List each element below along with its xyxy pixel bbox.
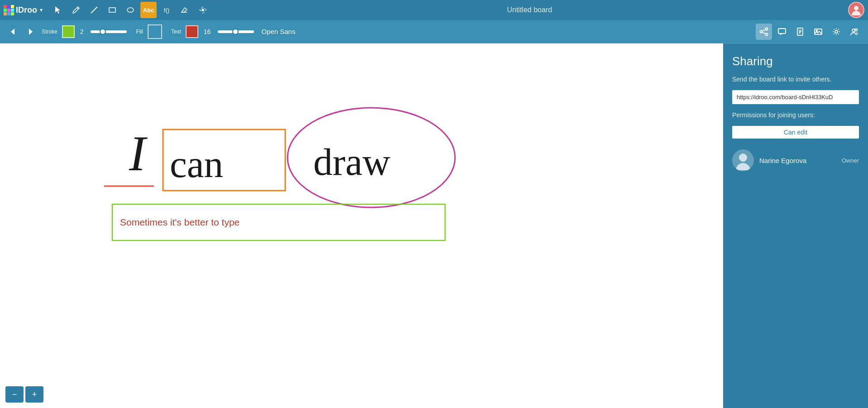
zoom-out-button[interactable]: − — [5, 386, 24, 403]
user-info: Narine Egorova — [759, 157, 836, 164]
svg-marker-0 — [55, 6, 60, 14]
tool-formula[interactable]: f() — [158, 2, 175, 18]
svg-line-13 — [762, 29, 766, 31]
share-button[interactable] — [756, 24, 772, 40]
svg-marker-8 — [11, 29, 14, 35]
zoom-controls: − + — [5, 386, 43, 403]
svg-point-24 — [855, 29, 858, 31]
settings-button[interactable] — [828, 24, 844, 40]
tool-select[interactable] — [50, 2, 66, 18]
user-avatar-icon — [732, 149, 754, 171]
user-avatar-top[interactable] — [848, 2, 864, 18]
nav-back[interactable] — [5, 24, 20, 39]
svg-rect-20 — [815, 29, 822, 34]
sharing-send-label: Send the board link to invite others. — [732, 76, 859, 83]
tool-pen[interactable] — [68, 2, 84, 18]
svg-rect-15 — [778, 29, 786, 34]
right-icons — [756, 24, 863, 40]
svg-rect-3 — [109, 8, 115, 12]
zoom-in-button[interactable]: + — [25, 386, 43, 403]
board-title: Untitled board — [213, 6, 846, 14]
svg-point-4 — [127, 8, 134, 12]
user-name: Narine Egorova — [759, 157, 836, 164]
image-button[interactable] — [810, 24, 826, 40]
logo-icon — [4, 5, 14, 15]
svg-point-33 — [739, 154, 747, 162]
stroke-label: Stroke — [42, 29, 58, 35]
svg-point-7 — [854, 6, 858, 10]
text-label: Text — [171, 29, 181, 35]
logo-area[interactable]: IDroo ▾ — [4, 5, 43, 15]
app-caret: ▾ — [40, 7, 43, 13]
svg-text:Sometimes it's better to type: Sometimes it's better to type — [120, 217, 240, 227]
svg-line-1 — [77, 8, 78, 9]
fill-color-swatch[interactable] — [148, 24, 162, 39]
text-color-swatch[interactable] — [186, 25, 198, 38]
stroke-width-slider[interactable] — [91, 30, 127, 33]
stroke-width-value: 2 — [80, 28, 84, 35]
tool-eraser[interactable] — [177, 2, 193, 18]
stroke-color-swatch[interactable] — [62, 25, 75, 38]
canvas-svg: I can draw Sometimes it's better to type — [0, 43, 723, 408]
tool-pan[interactable] — [195, 2, 211, 18]
chat-button[interactable] — [774, 24, 790, 40]
board-link-input[interactable] — [732, 90, 859, 104]
svg-point-6 — [201, 9, 204, 11]
tool-line[interactable] — [86, 2, 102, 18]
tool-rect[interactable] — [104, 2, 120, 18]
svg-point-11 — [760, 30, 762, 33]
svg-point-23 — [852, 29, 855, 32]
user-avatar-panel — [732, 149, 754, 171]
svg-line-2 — [91, 7, 97, 13]
pages-button[interactable] — [792, 24, 808, 40]
font-size-value: 16 — [204, 28, 211, 35]
top-toolbar: IDroo ▾ Abc f() Untitled board — [0, 0, 868, 20]
svg-text:I: I — [129, 126, 148, 181]
svg-point-22 — [835, 30, 838, 33]
nav-forward[interactable] — [24, 24, 38, 39]
svg-marker-9 — [29, 29, 33, 35]
svg-line-14 — [762, 32, 766, 34]
main-area: I can draw Sometimes it's better to type… — [0, 43, 868, 408]
sharing-panel: Sharing Send the board link to invite ot… — [723, 43, 868, 408]
font-name: Open Sans — [261, 28, 295, 35]
svg-text:can: can — [170, 143, 223, 185]
permissions-label: Permissions for joining users: — [732, 111, 859, 119]
sharing-title: Sharing — [732, 54, 859, 68]
tool-ellipse[interactable] — [122, 2, 139, 18]
svg-text:draw: draw — [313, 140, 391, 183]
second-toolbar: Stroke 2 Fill Text 16 Open Sans — [0, 20, 868, 43]
user-role: Owner — [842, 157, 859, 164]
user-row: Narine Egorova Owner — [732, 149, 859, 171]
fill-label: Fill — [136, 29, 143, 35]
users-button[interactable] — [846, 24, 863, 40]
canvas-area[interactable]: I can draw Sometimes it's better to type… — [0, 43, 723, 408]
svg-point-10 — [766, 28, 768, 30]
app-name: IDroo — [16, 5, 37, 15]
svg-point-12 — [766, 33, 768, 35]
font-size-slider[interactable] — [218, 30, 254, 33]
tool-text[interactable]: Abc — [140, 2, 157, 18]
can-edit-button[interactable]: Can edit — [732, 126, 859, 139]
